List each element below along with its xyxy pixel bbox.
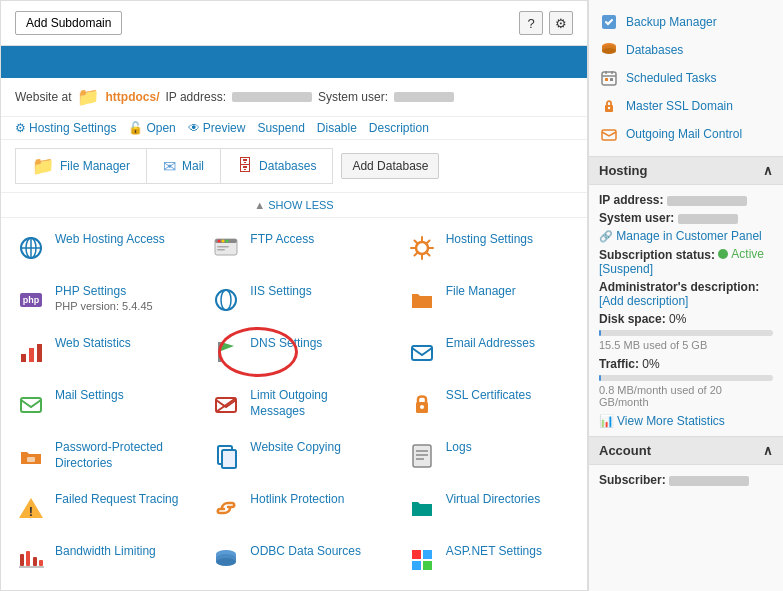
file-manager-button[interactable]: 📁 File Manager — [15, 148, 147, 184]
disk-progress-fill — [599, 330, 601, 336]
settings-icon[interactable]: ⚙ — [549, 11, 573, 35]
svg-rect-44 — [423, 550, 432, 559]
grid-item-php-settings[interactable]: phpPHP SettingsPHP version: 5.4.45 — [1, 274, 196, 326]
disable-link[interactable]: Disable — [317, 121, 357, 135]
help-icon[interactable]: ? — [519, 11, 543, 35]
svg-point-13 — [221, 290, 231, 310]
email-addresses-label: Email Addresses — [446, 336, 535, 352]
iis-settings-icon — [210, 284, 242, 316]
traffic-usage-text: 0.8 MB/month used of 20 GB/month — [599, 384, 773, 408]
svg-point-7 — [222, 240, 225, 243]
sysuser-label: System user: — [318, 90, 388, 104]
folder-icon: 📁 — [77, 86, 99, 108]
toolbar: 📁 File Manager ✉ Mail 🗄 Databases Add Da… — [1, 140, 587, 193]
grid-item-iis-settings[interactable]: IIS Settings — [196, 274, 391, 326]
svg-point-52 — [602, 48, 616, 54]
suspend-link[interactable]: Suspend — [257, 121, 304, 135]
svg-text:!: ! — [29, 504, 33, 519]
svg-point-6 — [218, 240, 221, 243]
grid-item-web-statistics[interactable]: Web Statistics — [1, 326, 196, 378]
mail-settings-icon — [15, 388, 47, 420]
grid-item-password-dirs[interactable]: Password-Protected Directories — [1, 430, 196, 482]
grid-item-failed-request[interactable]: !Failed Request Tracing — [1, 482, 196, 534]
mail-button[interactable]: ✉ Mail — [147, 148, 221, 184]
grid-item-hotlink-protection[interactable]: Hotlink Protection — [196, 482, 391, 534]
file-manager-label: File Manager — [446, 284, 516, 300]
grid-item-bandwidth-limiting[interactable]: Bandwidth Limiting — [1, 534, 196, 586]
ftp-access-icon — [210, 232, 242, 264]
sysuser-masked — [678, 214, 738, 224]
svg-rect-45 — [412, 561, 421, 570]
svg-rect-14 — [21, 354, 26, 362]
svg-rect-24 — [27, 457, 35, 462]
account-info-panel: Subscriber: — [589, 465, 783, 499]
hosting-settings-icon: ⚙ — [15, 121, 26, 135]
add-database-button[interactable]: Add Database — [341, 153, 439, 179]
admin-desc-row: Administrator's description: [Add descri… — [599, 280, 773, 308]
description-link[interactable]: Description — [369, 121, 429, 135]
dns-settings-icon — [210, 336, 242, 368]
grid-item-mail-settings[interactable]: Mail Settings — [1, 378, 196, 430]
ssl-certificates-label: SSL Certificates — [446, 388, 532, 404]
svg-rect-18 — [412, 346, 432, 360]
password-dirs-label: Password-Protected Directories — [55, 440, 182, 471]
sidebar-item-outgoing-mail[interactable]: Outgoing Mail Control — [599, 120, 773, 148]
sidebar-item-master-ssl[interactable]: Master SSL Domain — [599, 92, 773, 120]
grid-item-virtual-directories[interactable]: Virtual Directories — [392, 482, 587, 534]
sidebar-item-backup-manager[interactable]: Backup Manager — [599, 8, 773, 36]
svg-rect-27 — [413, 445, 431, 467]
sidebar-item-scheduled-tasks[interactable]: Scheduled Tasks — [599, 64, 773, 92]
grid-item-logs[interactable]: Logs — [392, 430, 587, 482]
top-bar: Add Subdomain ? ⚙ — [1, 1, 587, 46]
odbc-sources-label: ODBC Data Sources — [250, 544, 361, 560]
svg-rect-35 — [33, 557, 37, 566]
svg-point-12 — [216, 290, 236, 310]
svg-rect-19 — [21, 398, 41, 412]
databases-button[interactable]: 🗄 Databases — [221, 148, 333, 184]
manage-customer-link[interactable]: Manage in Customer Panel — [616, 229, 761, 243]
svg-rect-46 — [423, 561, 432, 570]
view-more-statistics-link[interactable]: 📊 View More Statistics — [599, 414, 773, 428]
master-ssl-label: Master SSL Domain — [626, 99, 733, 113]
svg-line-21 — [216, 398, 236, 412]
master-ssl-icon — [599, 96, 619, 116]
httpdocs-link[interactable]: httpdocs/ — [105, 90, 159, 104]
suspend-sidebar-link[interactable]: [Suspend] — [599, 262, 653, 276]
subscriber-masked — [669, 476, 749, 486]
sidebar-item-databases[interactable]: Databases — [599, 36, 773, 64]
account-section-header[interactable]: Account ∧ — [589, 437, 783, 465]
grid-item-aspnet-settings[interactable]: ASP.NET Settings — [392, 534, 587, 586]
sysuser-value — [394, 92, 454, 102]
svg-rect-15 — [29, 348, 34, 362]
scheduled-tasks-label: Scheduled Tasks — [626, 71, 717, 85]
hosting-settings-link[interactable]: ⚙ Hosting Settings — [15, 121, 116, 135]
open-link[interactable]: 🔓 Open — [128, 121, 175, 135]
virtual-directories-label: Virtual Directories — [446, 492, 540, 508]
grid-item-web-hosting-access[interactable]: Web Hosting Access — [1, 222, 196, 274]
grid-item-file-manager[interactable]: File Manager — [392, 274, 587, 326]
php-settings-icon: php — [15, 284, 47, 316]
php-settings-label: PHP Settings — [55, 284, 153, 300]
add-subdomain-button[interactable]: Add Subdomain — [15, 11, 122, 35]
grid-item-odbc-sources[interactable]: ODBC Data Sources — [196, 534, 391, 586]
svg-point-23 — [420, 405, 424, 409]
hosting-collapse-icon: ∧ — [763, 163, 773, 178]
odbc-sources-icon — [210, 544, 242, 576]
grid-item-email-addresses[interactable]: Email Addresses — [392, 326, 587, 378]
site-header — [1, 46, 587, 78]
traffic-progress-bar — [599, 375, 773, 381]
preview-link[interactable]: 👁 Preview — [188, 121, 246, 135]
web-hosting-access-icon — [15, 232, 47, 264]
grid-item-ssl-certificates[interactable]: SSL Certificates — [392, 378, 587, 430]
add-description-link[interactable]: [Add description] — [599, 294, 688, 308]
grid-item-limit-outgoing[interactable]: Limit Outgoing Messages — [196, 378, 391, 430]
hosting-section-header[interactable]: Hosting ∧ — [589, 157, 783, 185]
grid-item-hosting-settings[interactable]: Hosting Settings — [392, 222, 587, 274]
stats-chart-icon: 📊 — [599, 414, 614, 428]
grid-item-ftp-access[interactable]: FTP Access — [196, 222, 391, 274]
grid-item-dns-settings[interactable]: DNS Settings — [196, 326, 391, 378]
grid-item-website-copying[interactable]: Website Copying — [196, 430, 391, 482]
web-statistics-label: Web Statistics — [55, 336, 131, 352]
site-info-bar: Website at 📁 httpdocs/ IP address: Syste… — [1, 78, 587, 117]
show-less-bar[interactable]: ▲ SHOW LESS — [1, 193, 587, 218]
